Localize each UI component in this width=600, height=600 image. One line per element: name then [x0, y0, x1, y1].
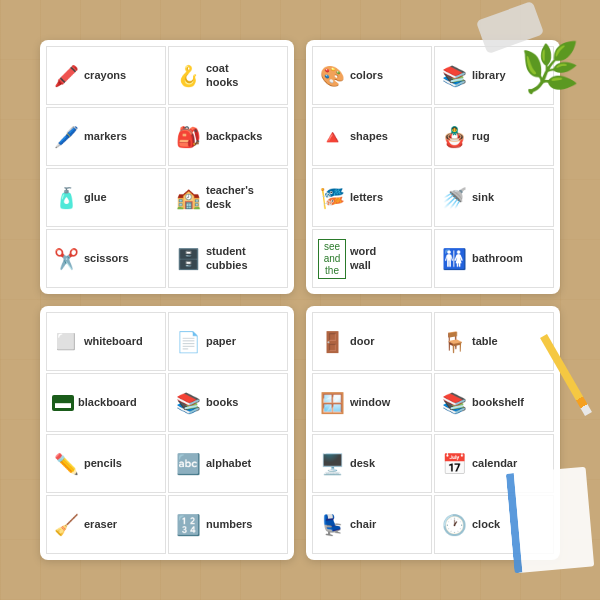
student-cubbies-icon: 🗄️ [174, 249, 202, 269]
letters-label: letters [350, 191, 383, 204]
item-letters: 🎏 letters [312, 168, 432, 227]
backpacks-icon: 🎒 [174, 127, 202, 147]
colors-label: colors [350, 69, 383, 82]
bathroom-label: bathroom [472, 252, 523, 265]
scissors-label: scissors [84, 252, 129, 265]
colors-icon: 🎨 [318, 66, 346, 86]
word-wall-label: wordwall [350, 245, 376, 271]
letters-icon: 🎏 [318, 188, 346, 208]
whiteboard-icon: ⬜ [52, 334, 80, 350]
glue-label: glue [84, 191, 107, 204]
student-cubbies-label: studentcubbies [206, 245, 248, 271]
item-door: 🚪 door [312, 312, 432, 371]
rug-label: rug [472, 130, 490, 143]
backpacks-label: backpacks [206, 130, 262, 143]
desk-icon: 🖥️ [318, 454, 346, 474]
library-label: library [472, 69, 506, 82]
markers-icon: 🖊️ [52, 127, 80, 147]
item-whiteboard: ⬜ whiteboard [46, 312, 166, 371]
item-colors: 🎨 colors [312, 46, 432, 105]
coat-hooks-label: coathooks [206, 62, 238, 88]
item-calendar: 📅 calendar [434, 434, 554, 493]
item-word-wall: seeandthe wordwall [312, 229, 432, 288]
calendar-icon: 📅 [440, 454, 468, 474]
clock-label: clock [472, 518, 500, 531]
shapes-icon: 🔺 [318, 127, 346, 147]
window-label: window [350, 396, 390, 409]
shapes-label: shapes [350, 130, 388, 143]
glue-icon: 🧴 [52, 188, 80, 208]
crayons-label: crayons [84, 69, 126, 82]
blackboard-icon: ▬ [52, 395, 74, 411]
item-table: 🪑 table [434, 312, 554, 371]
item-markers: 🖊️ markers [46, 107, 166, 166]
scissors-icon: ✂️ [52, 249, 80, 269]
alphabet-label: alphabet [206, 457, 251, 470]
item-scissors: ✂️ scissors [46, 229, 166, 288]
item-library: 📚 library [434, 46, 554, 105]
numbers-icon: 🔢 [174, 515, 202, 535]
pencils-icon: ✏️ [52, 454, 80, 474]
group-bottom-right: 🚪 door 🪑 table 🪟 window 📚 bookshelf 🖥️ d… [306, 306, 560, 560]
pencils-label: pencils [84, 457, 122, 470]
group-top-right: 🎨 colors 📚 library 🔺 shapes 🪆 rug 🎏 lett… [306, 40, 560, 294]
item-backpacks: 🎒 backpacks [168, 107, 288, 166]
item-crayons: 🖍️ crayons [46, 46, 166, 105]
item-pencils: ✏️ pencils [46, 434, 166, 493]
coat-hooks-icon: 🪝 [174, 66, 202, 86]
bookshelf-label: bookshelf [472, 396, 524, 409]
item-blackboard: ▬ blackboard [46, 373, 166, 432]
clock-icon: 🕐 [440, 515, 468, 535]
group-bottom-left: ⬜ whiteboard 📄 paper ▬ blackboard 📚 book… [40, 306, 294, 560]
table-icon: 🪑 [440, 332, 468, 352]
item-desk: 🖥️ desk [312, 434, 432, 493]
bookshelf-icon: 📚 [440, 393, 468, 413]
door-icon: 🚪 [318, 332, 346, 352]
sink-icon: 🚿 [440, 188, 468, 208]
item-books: 📚 books [168, 373, 288, 432]
group-top-left: 🖍️ crayons 🪝 coathooks 🖊️ markers 🎒 back… [40, 40, 294, 294]
item-rug: 🪆 rug [434, 107, 554, 166]
item-eraser: 🧹 eraser [46, 495, 166, 554]
numbers-label: numbers [206, 518, 252, 531]
item-sink: 🚿 sink [434, 168, 554, 227]
books-icon: 📚 [174, 393, 202, 413]
item-bathroom: 🚻 bathroom [434, 229, 554, 288]
chair-icon: 💺 [318, 515, 346, 535]
item-teachers-desk: 🏫 teacher'sdesk [168, 168, 288, 227]
item-numbers: 🔢 numbers [168, 495, 288, 554]
main-grid: 🖍️ crayons 🪝 coathooks 🖊️ markers 🎒 back… [20, 20, 580, 580]
markers-label: markers [84, 130, 127, 143]
door-label: door [350, 335, 374, 348]
sink-label: sink [472, 191, 494, 204]
item-coat-hooks: 🪝 coathooks [168, 46, 288, 105]
item-paper: 📄 paper [168, 312, 288, 371]
whiteboard-label: whiteboard [84, 335, 143, 348]
eraser-icon: 🧹 [52, 515, 80, 535]
blackboard-label: blackboard [78, 396, 137, 409]
paper-label: paper [206, 335, 236, 348]
item-shapes: 🔺 shapes [312, 107, 432, 166]
teachers-desk-icon: 🏫 [174, 188, 202, 208]
paper-icon: 📄 [174, 332, 202, 352]
item-student-cubbies: 🗄️ studentcubbies [168, 229, 288, 288]
calendar-label: calendar [472, 457, 517, 470]
window-icon: 🪟 [318, 393, 346, 413]
table-label: table [472, 335, 498, 348]
item-bookshelf: 📚 bookshelf [434, 373, 554, 432]
bathroom-icon: 🚻 [440, 249, 468, 269]
crayons-icon: 🖍️ [52, 66, 80, 86]
item-alphabet: 🔤 alphabet [168, 434, 288, 493]
item-window: 🪟 window [312, 373, 432, 432]
eraser-label: eraser [84, 518, 117, 531]
alphabet-icon: 🔤 [174, 454, 202, 474]
books-label: books [206, 396, 238, 409]
word-wall-icon: seeandthe [318, 239, 346, 279]
teachers-desk-label: teacher'sdesk [206, 184, 254, 210]
item-glue: 🧴 glue [46, 168, 166, 227]
chair-label: chair [350, 518, 376, 531]
desk-label: desk [350, 457, 375, 470]
rug-icon: 🪆 [440, 127, 468, 147]
item-clock: 🕐 clock [434, 495, 554, 554]
item-chair: 💺 chair [312, 495, 432, 554]
